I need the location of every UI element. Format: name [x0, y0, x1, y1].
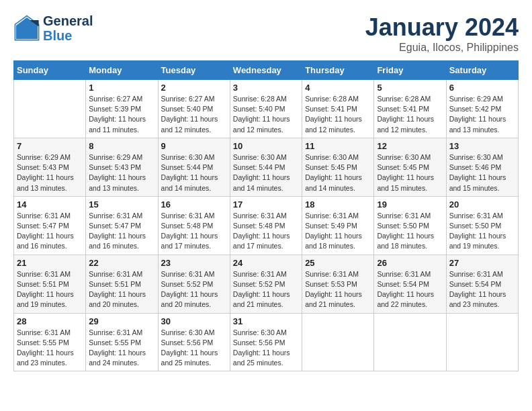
main-title: January 2024: [365, 13, 519, 42]
logo-blue: Blue: [43, 28, 93, 43]
header-tuesday: Tuesday: [158, 61, 230, 80]
calendar-cell: 11Sunrise: 6:30 AM Sunset: 5:45 PM Dayli…: [302, 138, 374, 196]
day-info: Sunrise: 6:31 AM Sunset: 5:55 PM Dayligh…: [17, 328, 83, 369]
logo-icon: [13, 15, 40, 42]
day-number: 25: [305, 258, 371, 268]
page-header: General Blue January 2024 Eguia, Ilocos,…: [13, 13, 519, 54]
day-info: Sunrise: 6:31 AM Sunset: 5:51 PM Dayligh…: [89, 269, 154, 310]
day-info: Sunrise: 6:30 AM Sunset: 5:46 PM Dayligh…: [449, 152, 515, 193]
header-sunday: Sunday: [14, 61, 86, 80]
calendar-cell: 25Sunrise: 6:31 AM Sunset: 5:53 PM Dayli…: [302, 255, 374, 313]
day-number: 13: [449, 141, 515, 151]
day-info: Sunrise: 6:27 AM Sunset: 5:39 PM Dayligh…: [89, 94, 154, 135]
day-info: Sunrise: 6:30 AM Sunset: 5:56 PM Dayligh…: [161, 328, 227, 369]
calendar-cell: [374, 313, 446, 371]
day-info: Sunrise: 6:31 AM Sunset: 5:47 PM Dayligh…: [17, 211, 83, 252]
calendar-cell: 13Sunrise: 6:30 AM Sunset: 5:46 PM Dayli…: [446, 138, 518, 196]
day-number: 12: [377, 141, 443, 151]
calendar-cell: 6Sunrise: 6:29 AM Sunset: 5:42 PM Daylig…: [446, 80, 518, 138]
calendar-cell: 2Sunrise: 6:27 AM Sunset: 5:40 PM Daylig…: [158, 80, 230, 138]
day-number: 29: [89, 316, 154, 326]
day-number: 7: [17, 141, 83, 151]
calendar-cell: [446, 313, 518, 371]
day-info: Sunrise: 6:31 AM Sunset: 5:54 PM Dayligh…: [377, 269, 443, 310]
day-info: Sunrise: 6:31 AM Sunset: 5:54 PM Dayligh…: [449, 269, 515, 310]
day-number: 2: [161, 83, 227, 93]
calendar-cell: 19Sunrise: 6:31 AM Sunset: 5:50 PM Dayli…: [374, 196, 446, 255]
day-number: 5: [377, 83, 443, 93]
calendar-cell: 26Sunrise: 6:31 AM Sunset: 5:54 PM Dayli…: [374, 255, 446, 313]
logo: General Blue: [13, 13, 93, 43]
day-number: 31: [233, 316, 299, 326]
week-row-4: 21Sunrise: 6:31 AM Sunset: 5:51 PM Dayli…: [14, 255, 519, 313]
calendar-cell: 5Sunrise: 6:28 AM Sunset: 5:41 PM Daylig…: [374, 80, 446, 138]
day-info: Sunrise: 6:28 AM Sunset: 5:41 PM Dayligh…: [305, 94, 371, 135]
day-info: Sunrise: 6:31 AM Sunset: 5:52 PM Dayligh…: [161, 269, 227, 310]
calendar-cell: 14Sunrise: 6:31 AM Sunset: 5:47 PM Dayli…: [14, 196, 86, 255]
calendar-cell: 4Sunrise: 6:28 AM Sunset: 5:41 PM Daylig…: [302, 80, 374, 138]
day-info: Sunrise: 6:30 AM Sunset: 5:45 PM Dayligh…: [377, 152, 443, 193]
day-info: Sunrise: 6:31 AM Sunset: 5:47 PM Dayligh…: [89, 211, 154, 252]
day-number: 15: [89, 199, 154, 210]
day-number: 24: [233, 258, 299, 268]
day-number: 26: [377, 258, 443, 268]
day-number: 10: [233, 141, 299, 151]
calendar-cell: 18Sunrise: 6:31 AM Sunset: 5:49 PM Dayli…: [302, 196, 374, 255]
week-row-1: 1Sunrise: 6:27 AM Sunset: 5:39 PM Daylig…: [14, 80, 519, 138]
calendar-cell: [302, 313, 374, 371]
day-info: Sunrise: 6:29 AM Sunset: 5:43 PM Dayligh…: [89, 152, 154, 193]
day-number: 4: [305, 83, 371, 93]
calendar-table: SundayMondayTuesdayWednesdayThursdayFrid…: [13, 60, 519, 371]
calendar-cell: 12Sunrise: 6:30 AM Sunset: 5:45 PM Dayli…: [374, 138, 446, 196]
title-block: January 2024 Eguia, Ilocos, Philippines: [365, 13, 519, 54]
calendar-cell: 28Sunrise: 6:31 AM Sunset: 5:55 PM Dayli…: [14, 313, 86, 371]
day-info: Sunrise: 6:28 AM Sunset: 5:41 PM Dayligh…: [377, 94, 443, 135]
calendar-cell: 29Sunrise: 6:31 AM Sunset: 5:55 PM Dayli…: [86, 313, 158, 371]
header-friday: Friday: [374, 61, 446, 80]
day-info: Sunrise: 6:31 AM Sunset: 5:51 PM Dayligh…: [17, 269, 83, 310]
day-number: 20: [449, 199, 515, 210]
calendar-cell: 31Sunrise: 6:30 AM Sunset: 5:56 PM Dayli…: [230, 313, 302, 371]
calendar-cell: 10Sunrise: 6:30 AM Sunset: 5:44 PM Dayli…: [230, 138, 302, 196]
header-saturday: Saturday: [446, 61, 518, 80]
calendar-cell: 9Sunrise: 6:30 AM Sunset: 5:44 PM Daylig…: [158, 138, 230, 196]
day-info: Sunrise: 6:31 AM Sunset: 5:52 PM Dayligh…: [233, 269, 299, 310]
week-row-5: 28Sunrise: 6:31 AM Sunset: 5:55 PM Dayli…: [14, 313, 519, 371]
header-monday: Monday: [86, 61, 158, 80]
calendar-cell: 27Sunrise: 6:31 AM Sunset: 5:54 PM Dayli…: [446, 255, 518, 313]
calendar-cell: 22Sunrise: 6:31 AM Sunset: 5:51 PM Dayli…: [86, 255, 158, 313]
day-number: 6: [449, 83, 515, 93]
day-info: Sunrise: 6:29 AM Sunset: 5:42 PM Dayligh…: [449, 94, 515, 135]
day-info: Sunrise: 6:30 AM Sunset: 5:44 PM Dayligh…: [233, 152, 299, 193]
calendar-cell: 30Sunrise: 6:30 AM Sunset: 5:56 PM Dayli…: [158, 313, 230, 371]
day-number: 30: [161, 316, 227, 326]
header-row: SundayMondayTuesdayWednesdayThursdayFrid…: [14, 61, 519, 80]
header-wednesday: Wednesday: [230, 61, 302, 80]
day-info: Sunrise: 6:27 AM Sunset: 5:40 PM Dayligh…: [161, 94, 227, 135]
day-number: 19: [377, 199, 443, 210]
day-number: 3: [233, 83, 299, 93]
day-info: Sunrise: 6:31 AM Sunset: 5:49 PM Dayligh…: [305, 211, 371, 252]
calendar-cell: 7Sunrise: 6:29 AM Sunset: 5:43 PM Daylig…: [14, 138, 86, 196]
day-number: 21: [17, 258, 83, 268]
week-row-3: 14Sunrise: 6:31 AM Sunset: 5:47 PM Dayli…: [14, 196, 519, 255]
day-info: Sunrise: 6:31 AM Sunset: 5:50 PM Dayligh…: [449, 211, 515, 252]
calendar-cell: 20Sunrise: 6:31 AM Sunset: 5:50 PM Dayli…: [446, 196, 518, 255]
day-number: 9: [161, 141, 227, 151]
day-info: Sunrise: 6:30 AM Sunset: 5:56 PM Dayligh…: [233, 328, 299, 369]
day-info: Sunrise: 6:31 AM Sunset: 5:48 PM Dayligh…: [161, 211, 227, 252]
day-info: Sunrise: 6:30 AM Sunset: 5:45 PM Dayligh…: [305, 152, 371, 193]
subtitle: Eguia, Ilocos, Philippines: [365, 42, 519, 54]
day-number: 22: [89, 258, 154, 268]
day-number: 28: [17, 316, 83, 326]
calendar-cell: 24Sunrise: 6:31 AM Sunset: 5:52 PM Dayli…: [230, 255, 302, 313]
calendar-cell: 21Sunrise: 6:31 AM Sunset: 5:51 PM Dayli…: [14, 255, 86, 313]
calendar-cell: 17Sunrise: 6:31 AM Sunset: 5:48 PM Dayli…: [230, 196, 302, 255]
day-number: 18: [305, 199, 371, 210]
week-row-2: 7Sunrise: 6:29 AM Sunset: 5:43 PM Daylig…: [14, 138, 519, 196]
calendar-cell: 1Sunrise: 6:27 AM Sunset: 5:39 PM Daylig…: [86, 80, 158, 138]
day-number: 17: [233, 199, 299, 210]
day-info: Sunrise: 6:28 AM Sunset: 5:40 PM Dayligh…: [233, 94, 299, 135]
day-number: 8: [89, 141, 154, 151]
day-number: 16: [161, 199, 227, 210]
